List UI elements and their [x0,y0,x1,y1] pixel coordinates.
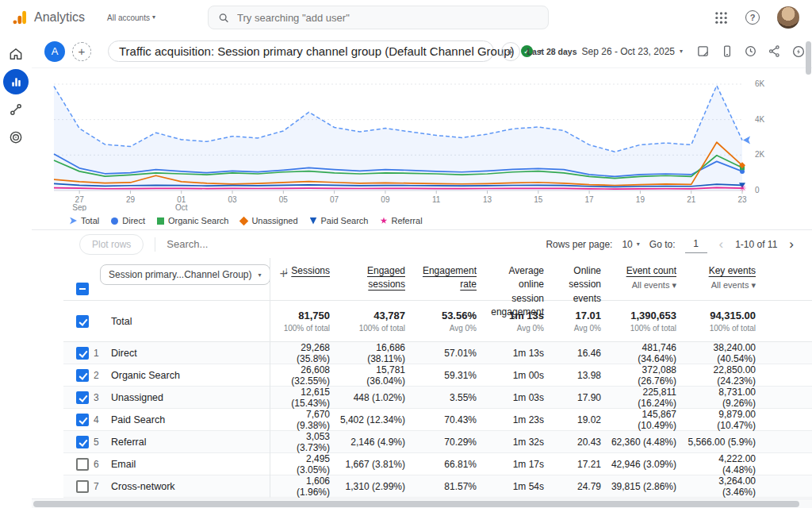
advertising-target-icon [8,129,24,145]
select-all-checkbox[interactable] [76,283,89,295]
diamond-marker-icon [239,216,248,225]
row-number: 5 [89,431,111,453]
go-to-page-input[interactable]: 1 [685,235,707,253]
account-switcher[interactable]: All accounts ▾ [107,13,155,22]
sidebar-item-reports[interactable] [3,69,29,94]
table-rows: 1Direct29,268 (35.8%)16,686 (38.11%)57.0… [63,342,812,498]
column-label: ↓ Sessions [284,264,330,278]
total-subvalue: Avg 0% [517,324,544,333]
metric-value: 5,566.00 (5.9%) [684,431,764,453]
channel-name: Direct [111,342,270,364]
row-checkbox[interactable] [76,347,89,360]
metric-value: 81.57% [413,475,485,498]
total-checkbox[interactable] [76,315,89,328]
row-checkbox[interactable] [76,436,89,448]
channel-name: Referral [111,431,270,453]
horizontal-scrollbar[interactable] [33,501,799,507]
clock-icon[interactable] [744,44,757,58]
row-select-cell [63,364,89,387]
legend-item[interactable]: Paid Search [310,216,369,225]
metric-value: 70.43% [413,409,485,431]
analytics-logo[interactable]: Analytics [11,9,85,26]
help-icon[interactable]: ? [745,10,760,25]
row-checkbox[interactable] [76,458,89,471]
top-app-bar: Analytics All accounts ▾ ? [0,0,812,35]
total-metric-value: 1,390,653100% of total [609,301,684,341]
metric-value: 1,606 (1.96%) [270,475,338,498]
metric-value: 17.90 [552,387,609,409]
total-subvalue: Avg 0% [450,324,477,333]
global-search[interactable] [208,6,549,29]
vertical-scrollbar[interactable] [806,41,811,75]
total-subvalue: 100% of total [710,324,756,333]
row-checkbox[interactable] [76,480,89,493]
date-range-value: Sep 26 - Oct 23, 2025 [582,46,675,57]
analytics-logo-icon [11,9,29,26]
column-event-filter[interactable]: All events ▾ [711,279,756,292]
metric-value: 8,731.00 (9.26%) [684,387,764,409]
explore-icon [8,102,24,117]
table-row: 5Referral3,053 (3.73%)2,146 (4.9%)70.29%… [63,431,812,453]
rows-per-page-select[interactable]: 10 ▾ [622,239,639,250]
global-search-input[interactable] [237,12,538,24]
svg-text:19: 19 [636,195,645,204]
report-title-pill[interactable]: Traffic acquisition: Session primary cha… [108,40,494,62]
user-avatar[interactable] [777,6,799,29]
metric-value: 145,867 (10.49%) [609,409,684,431]
triangle-marker-icon [310,217,317,225]
metric-value: 1,310 (2.99%) [338,475,413,498]
note-icon[interactable] [696,44,710,58]
metric-value: 42,946 (3.09%) [609,453,684,475]
devices-icon[interactable] [720,44,733,58]
svg-text:03: 03 [228,195,237,204]
total-number-cell [89,301,111,341]
total-value: 1m 13s [509,310,544,321]
next-page-icon[interactable]: › [787,237,796,251]
chart-legend: TotalDirectOrganic SearchUnassignedPaid … [51,214,798,228]
row-checkbox[interactable] [76,414,89,426]
sidebar-item-home[interactable] [3,41,29,67]
row-checkbox[interactable] [76,369,89,382]
row-number: 1 [89,342,111,364]
share-icon[interactable] [768,44,781,58]
apps-grid-icon[interactable] [714,11,728,25]
dimension-selector[interactable]: Session primary...Channel Group) ▾ [100,264,270,285]
svg-text:15: 15 [534,195,543,204]
total-metric-value: 1m 13sAvg 0% [485,301,552,341]
rows-per-page-chevron-icon: ▾ [637,241,640,248]
previous-page-icon[interactable]: ‹ [717,237,726,251]
legend-item[interactable]: Total [70,216,99,225]
total-metric-value: 43,787100% of total [338,301,413,341]
table-row: 7Cross-network1,606 (1.96%)1,310 (2.99%)… [63,475,812,498]
metric-value: 39,815 (2.86%) [609,475,684,498]
sidebar-item-explore[interactable] [3,97,29,122]
row-checkbox[interactable] [76,391,89,404]
insights-icon[interactable] [791,44,806,59]
total-value: 17.01 [575,310,601,321]
add-comparison-button[interactable]: + [72,42,91,61]
sidebar-item-advertising[interactable] [3,125,29,150]
table-search-input[interactable] [167,238,278,250]
add-report-button[interactable]: + [501,42,520,61]
bar-chart-icon [10,75,23,89]
column-event-filter[interactable]: All events ▾ [632,279,676,292]
legend-item[interactable]: Organic Search [157,216,228,225]
metric-value: 16,686 (38.11%) [338,342,413,364]
metric-value: 13.98 [552,364,609,387]
total-subvalue: 100% of total [284,324,330,333]
metric-value: 16.46 [552,342,609,364]
table-search[interactable] [167,238,278,250]
date-range-picker[interactable]: Last 28 days Sep 26 - Oct 23, 2025 ▾ [527,46,683,57]
metric-value: 22,850.00 (24.23%) [684,364,764,387]
svg-text:6K: 6K [755,79,765,88]
controls-divider [155,237,155,252]
chevron-down-icon: ▾ [152,13,155,21]
square-marker-icon [157,217,164,225]
metric-value: 1m 13s [485,342,552,364]
column-label: Online session events [552,264,601,306]
legend-item[interactable]: Direct [111,216,145,225]
plot-rows-button[interactable]: Plot rows [79,234,144,255]
comparison-avatar[interactable]: A [44,41,65,62]
legend-item[interactable]: Unassigned [240,216,297,225]
legend-item[interactable]: Referral [380,216,422,225]
